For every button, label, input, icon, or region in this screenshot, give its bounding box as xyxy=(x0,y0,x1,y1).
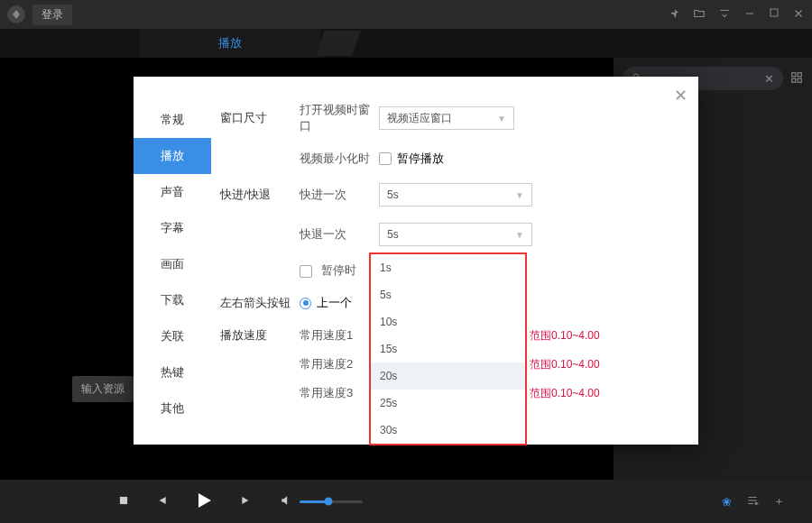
select-back-value: 5s xyxy=(387,228,399,241)
svg-rect-3 xyxy=(798,72,801,76)
dropdown-option[interactable]: 25s xyxy=(371,390,525,417)
play-button[interactable] xyxy=(193,490,215,514)
sidebar-item-download[interactable]: 下载 xyxy=(134,282,211,318)
dropdown-option[interactable]: 10s xyxy=(371,308,525,335)
label-speed1: 常用速度1 xyxy=(300,327,354,344)
minimize-icon[interactable] xyxy=(743,7,756,23)
label-open-window: 打开视频时窗口 xyxy=(300,102,379,134)
select-open-window[interactable]: 视频适应窗口 ▼ xyxy=(379,106,514,130)
dropdown-option[interactable]: 30s xyxy=(371,417,525,444)
prev-button[interactable] xyxy=(155,494,168,509)
label-pause-when: 暂停时 xyxy=(321,263,356,277)
select-forward-value: 5s xyxy=(387,188,399,201)
dropdown-option[interactable]: 15s xyxy=(371,335,525,362)
folder-icon[interactable] xyxy=(693,7,706,23)
add-icon[interactable]: ＋ xyxy=(773,493,785,509)
radio-prev-next[interactable] xyxy=(300,298,311,309)
svg-rect-4 xyxy=(792,78,796,82)
clear-icon[interactable]: ✕ xyxy=(764,72,774,86)
titlebar: 登录 xyxy=(0,0,812,29)
tabbar: 播放 xyxy=(0,29,812,58)
paw-icon[interactable]: ❀ xyxy=(722,495,732,509)
checkbox-pause-when[interactable] xyxy=(300,265,312,278)
sidebar-item-hotkey[interactable]: 热键 xyxy=(134,354,211,390)
svg-rect-5 xyxy=(798,78,801,82)
select-forward-step[interactable]: 5s ▼ xyxy=(379,183,532,206)
chevron-down-icon: ▼ xyxy=(497,114,506,124)
svg-rect-2 xyxy=(792,72,796,76)
next-button[interactable] xyxy=(240,494,253,509)
hint-speed1: 范围0.10~4.00 xyxy=(530,328,600,344)
tab-play[interactable]: 播放 xyxy=(140,29,320,58)
login-button[interactable]: 登录 xyxy=(32,5,72,25)
svg-rect-6 xyxy=(120,496,127,503)
select-back-step[interactable]: 5s ▼ xyxy=(379,223,532,246)
dropdown-icon[interactable] xyxy=(718,7,731,23)
sidebar-item-sound[interactable]: 声音 xyxy=(134,174,211,210)
sidebar-item-other[interactable]: 其他 xyxy=(134,390,211,427)
dropdown-option[interactable]: 5s xyxy=(371,281,525,308)
volume-slider[interactable] xyxy=(300,500,363,503)
dropdown-back-step-options: 1s 5s 10s 15s 20s 25s 30s xyxy=(369,252,527,445)
input-resource-hint[interactable]: 输入资源 xyxy=(72,376,134,402)
grid-icon[interactable] xyxy=(790,71,803,87)
section-arrows: 左右箭头按钮 xyxy=(220,295,300,311)
label-back: 快退一次 xyxy=(300,226,379,243)
sidebar-item-general[interactable]: 常规 xyxy=(134,102,211,138)
label-speed2: 常用速度2 xyxy=(300,356,354,372)
label-minimize: 视频最小化时 xyxy=(300,151,379,167)
volume-control[interactable] xyxy=(280,494,363,509)
app-logo xyxy=(7,5,25,23)
sidebar-item-assoc[interactable]: 关联 xyxy=(134,318,211,354)
label-speed3: 常用速度3 xyxy=(300,385,354,401)
checkbox-pause-on-minimize[interactable] xyxy=(379,152,392,165)
label-prev-option: 上一个 xyxy=(317,295,352,311)
pin-icon[interactable] xyxy=(668,7,680,23)
dropdown-option[interactable]: 20s xyxy=(371,362,525,390)
select-open-window-value: 视频适应窗口 xyxy=(387,111,452,126)
dropdown-option[interactable]: 1s xyxy=(371,254,525,281)
chevron-down-icon: ▼ xyxy=(515,230,524,240)
volume-icon xyxy=(280,494,292,509)
section-window-size: 窗口尺寸 xyxy=(220,110,300,126)
svg-rect-0 xyxy=(770,9,778,16)
maximize-icon[interactable] xyxy=(769,7,780,23)
dialog-close-button[interactable]: ✕ xyxy=(674,86,687,106)
label-pause-on-minimize: 暂停播放 xyxy=(397,151,444,167)
chevron-down-icon: ▼ xyxy=(515,190,524,200)
sidebar-item-subtitle[interactable]: 字幕 xyxy=(134,210,211,246)
close-icon[interactable] xyxy=(792,7,805,23)
hint-speed2: 范围0.10~4.00 xyxy=(530,357,600,372)
tab-new[interactable] xyxy=(316,31,361,56)
hint-speed3: 范围0.10~4.00 xyxy=(530,386,600,401)
sidebar-item-playback[interactable]: 播放 xyxy=(134,138,211,174)
label-forward: 快进一次 xyxy=(300,187,379,203)
section-speed: 播放速度 xyxy=(220,327,300,344)
stop-button[interactable] xyxy=(117,494,130,509)
section-ffrw: 快进/快退 xyxy=(220,187,300,203)
sidebar-item-picture[interactable]: 画面 xyxy=(134,246,211,282)
settings-sidebar: 常规 播放 声音 字幕 画面 下载 关联 热键 其他 xyxy=(134,77,211,445)
player-bar: ❀ ＋ xyxy=(0,480,812,523)
playlist-icon[interactable] xyxy=(746,494,759,509)
